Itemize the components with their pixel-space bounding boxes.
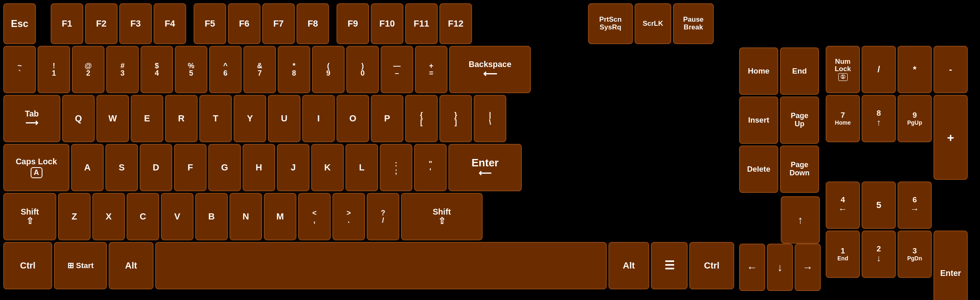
key-f11[interactable]: F11 bbox=[405, 3, 438, 44]
key-b[interactable]: B bbox=[195, 193, 228, 240]
key-numlock[interactable]: NumLock① bbox=[826, 46, 860, 93]
key-menu[interactable]: ☰ bbox=[651, 242, 688, 289]
key-f7[interactable]: F7 bbox=[262, 3, 295, 44]
key-3[interactable]: # 3 bbox=[106, 46, 139, 93]
key-f5[interactable]: F5 bbox=[194, 3, 226, 44]
key-arrow-down[interactable]: ↓ bbox=[767, 244, 793, 291]
key-s[interactable]: S bbox=[105, 144, 138, 191]
key-num-5[interactable]: 5 bbox=[862, 181, 896, 229]
key-1[interactable]: ! 1 bbox=[38, 46, 70, 93]
key-num-asterisk[interactable]: * bbox=[898, 46, 932, 93]
key-arrow-right[interactable]: → bbox=[795, 244, 821, 291]
key-pagedown[interactable]: PageDown bbox=[780, 146, 819, 193]
key-4[interactable]: $ 4 bbox=[140, 46, 173, 93]
key-semicolon[interactable]: : ; bbox=[380, 144, 412, 191]
key-insert[interactable]: Insert bbox=[739, 96, 778, 144]
key-num-3[interactable]: 3PgDn bbox=[898, 231, 932, 278]
key-f[interactable]: F bbox=[174, 144, 207, 191]
key-6[interactable]: ^ 6 bbox=[209, 46, 242, 93]
key-start[interactable]: ⊞ Start bbox=[54, 242, 107, 289]
key-f4[interactable]: F4 bbox=[154, 3, 186, 44]
key-f8[interactable]: F8 bbox=[296, 3, 329, 44]
key-p[interactable]: P bbox=[371, 95, 403, 142]
key-g[interactable]: G bbox=[208, 144, 241, 191]
key-num-7[interactable]: 7Home bbox=[826, 95, 860, 142]
key-c[interactable]: C bbox=[127, 193, 159, 240]
key-num-4[interactable]: 4← bbox=[826, 181, 860, 229]
key-9[interactable]: ( 9 bbox=[312, 46, 345, 93]
key-tab[interactable]: Tab⟶ bbox=[3, 95, 60, 142]
key-num-2[interactable]: 2↓ bbox=[862, 231, 896, 278]
key-delete[interactable]: Delete bbox=[739, 146, 778, 193]
key-alt-right[interactable]: Alt bbox=[608, 242, 649, 289]
key-f2[interactable]: F2 bbox=[85, 3, 118, 44]
key-y[interactable]: Y bbox=[234, 95, 266, 142]
key-num-enter[interactable]: Enter bbox=[933, 231, 968, 300]
key-enter[interactable]: Enter⟵ bbox=[448, 144, 522, 191]
key-u[interactable]: U bbox=[268, 95, 301, 142]
key-d[interactable]: D bbox=[140, 144, 172, 191]
key-period[interactable]: > . bbox=[332, 193, 365, 240]
key-l[interactable]: L bbox=[345, 144, 378, 191]
key-alt-left[interactable]: Alt bbox=[109, 242, 154, 289]
key-home[interactable]: Home bbox=[739, 47, 778, 95]
key-ctrl-left[interactable]: Ctrl bbox=[3, 242, 52, 289]
key-slash[interactable]: ? / bbox=[367, 193, 399, 240]
key-5[interactable]: % 5 bbox=[175, 46, 207, 93]
key-v[interactable]: V bbox=[161, 193, 194, 240]
key-capslock[interactable]: Caps Lock A bbox=[3, 144, 69, 191]
key-f10[interactable]: F10 bbox=[371, 3, 403, 44]
key-arrow-left[interactable]: ← bbox=[739, 244, 765, 291]
key-num-1[interactable]: 1End bbox=[826, 231, 860, 278]
key-comma[interactable]: < , bbox=[298, 193, 331, 240]
key-space[interactable] bbox=[155, 242, 607, 289]
key-pageup[interactable]: PageUp bbox=[780, 96, 819, 144]
key-arrow-up[interactable]: ↑ bbox=[781, 196, 820, 244]
key-h[interactable]: H bbox=[243, 144, 275, 191]
key-8[interactable]: * 8 bbox=[278, 46, 310, 93]
key-0[interactable]: ) 0 bbox=[346, 46, 379, 93]
key-f9[interactable]: F9 bbox=[336, 3, 369, 44]
key-f3[interactable]: F3 bbox=[119, 3, 152, 44]
key-q[interactable]: Q bbox=[62, 95, 95, 142]
key-t[interactable]: T bbox=[199, 95, 232, 142]
key-scrlk[interactable]: ScrLK bbox=[635, 3, 671, 44]
key-num-6[interactable]: 6→ bbox=[898, 181, 932, 229]
key-quote[interactable]: " ' bbox=[414, 144, 447, 191]
key-x[interactable]: X bbox=[92, 193, 125, 240]
key-rbracket[interactable]: } ] bbox=[439, 95, 472, 142]
key-ctrl-right[interactable]: Ctrl bbox=[689, 242, 734, 289]
key-n[interactable]: N bbox=[229, 193, 262, 240]
key-j[interactable]: J bbox=[277, 144, 310, 191]
key-o[interactable]: O bbox=[336, 95, 369, 142]
key-k[interactable]: K bbox=[311, 144, 344, 191]
key-f6[interactable]: F6 bbox=[228, 3, 261, 44]
key-minus[interactable]: — – bbox=[381, 46, 413, 93]
key-num-9[interactable]: 9PgUp bbox=[898, 95, 932, 142]
key-a[interactable]: A bbox=[71, 144, 104, 191]
key-w[interactable]: W bbox=[96, 95, 129, 142]
key-lbracket[interactable]: { [ bbox=[405, 95, 438, 142]
key-backspace[interactable]: Backspace⟵ bbox=[449, 46, 531, 93]
key-num-minus[interactable]: - bbox=[933, 46, 968, 93]
key-2[interactable]: @ 2 bbox=[72, 46, 105, 93]
key-num-8[interactable]: 8↑ bbox=[862, 95, 896, 142]
key-i[interactable]: I bbox=[302, 95, 335, 142]
key-e[interactable]: E bbox=[131, 95, 163, 142]
key-num-slash[interactable]: / bbox=[862, 46, 896, 93]
key-7[interactable]: & 7 bbox=[243, 46, 276, 93]
key-esc[interactable]: Esc bbox=[3, 3, 36, 44]
key-shift-left[interactable]: Shift⇧ bbox=[3, 193, 56, 240]
key-end[interactable]: End bbox=[780, 47, 819, 95]
key-z[interactable]: Z bbox=[58, 193, 91, 240]
key-num-plus[interactable]: + bbox=[933, 95, 968, 180]
key-pause[interactable]: PauseBreak bbox=[673, 3, 714, 44]
key-equals[interactable]: + = bbox=[415, 46, 448, 93]
key-backslash[interactable]: | \ bbox=[474, 95, 506, 142]
key-shift-right[interactable]: Shift⇧ bbox=[401, 193, 483, 240]
key-m[interactable]: M bbox=[264, 193, 296, 240]
key-f12[interactable]: F12 bbox=[439, 3, 472, 44]
key-tilde[interactable]: ~ ` bbox=[3, 46, 36, 93]
key-f1[interactable]: F1 bbox=[51, 3, 83, 44]
key-prtscn[interactable]: PrtScnSysRq bbox=[588, 3, 633, 44]
